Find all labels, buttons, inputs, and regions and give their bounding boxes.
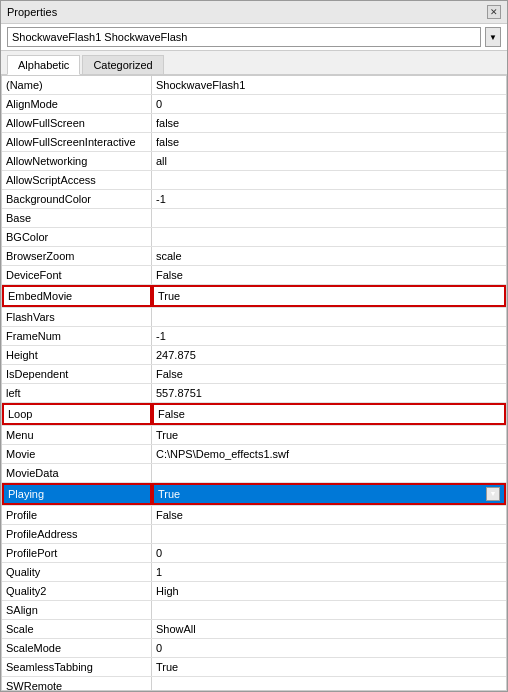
table-row[interactable]: AlignMode0 [2, 95, 506, 114]
property-name: Profile [2, 506, 152, 524]
property-value [152, 601, 506, 619]
table-row[interactable]: ProfileFalse [2, 506, 506, 525]
table-row[interactable]: MovieC:\NPS\Demo_effects1.swf [2, 445, 506, 464]
property-name: Loop [2, 403, 152, 425]
property-value: false [152, 133, 506, 151]
property-value: 1 [152, 563, 506, 581]
property-value: false [152, 114, 506, 132]
table-row[interactable]: Quality1 [2, 563, 506, 582]
property-name: ScaleMode [2, 639, 152, 657]
table-row[interactable]: AllowNetworkingall [2, 152, 506, 171]
component-selector[interactable]: ShockwaveFlash1 ShockwaveFlash [7, 27, 481, 47]
property-name: AllowFullScreen [2, 114, 152, 132]
table-row[interactable]: left557.8751 [2, 384, 506, 403]
property-name: Quality2 [2, 582, 152, 600]
table-row[interactable]: Height247.875 [2, 346, 506, 365]
table-row[interactable]: MenuTrue [2, 426, 506, 445]
property-name: (Name) [2, 76, 152, 94]
table-row[interactable]: ProfileAddress [2, 525, 506, 544]
table-row[interactable]: Base [2, 209, 506, 228]
property-name: AllowScriptAccess [2, 171, 152, 189]
property-name: DeviceFont [2, 266, 152, 284]
table-row[interactable]: AllowScriptAccess [2, 171, 506, 190]
property-name: AlignMode [2, 95, 152, 113]
table-row[interactable]: SAlign [2, 601, 506, 620]
property-value: 0 [152, 544, 506, 562]
property-value: True [152, 658, 506, 676]
title-bar-text: Properties [7, 6, 57, 18]
property-name: Menu [2, 426, 152, 444]
property-value: True [152, 426, 506, 444]
property-value: 0 [152, 639, 506, 657]
property-name: BGColor [2, 228, 152, 246]
property-value: False [152, 266, 506, 284]
table-row[interactable]: AllowFullScreenfalse [2, 114, 506, 133]
property-name: MovieData [2, 464, 152, 482]
component-dropdown-button[interactable]: ▼ [485, 27, 501, 47]
property-value [152, 209, 506, 227]
property-value: High [152, 582, 506, 600]
table-row[interactable]: PlayingTrue▼ [2, 483, 506, 506]
table-row[interactable]: BackgroundColor-1 [2, 190, 506, 209]
property-name: IsDependent [2, 365, 152, 383]
property-name: ProfilePort [2, 544, 152, 562]
property-value [152, 677, 506, 691]
properties-grid: (Name)ShockwaveFlash1AlignMode0AllowFull… [1, 75, 507, 691]
table-row[interactable]: EmbedMovieTrue [2, 285, 506, 308]
table-row[interactable]: (Name)ShockwaveFlash1 [2, 76, 506, 95]
property-name: BackgroundColor [2, 190, 152, 208]
table-row[interactable]: BGColor [2, 228, 506, 247]
property-value [152, 525, 506, 543]
property-value: False [152, 403, 506, 425]
property-value: ShowAll [152, 620, 506, 638]
table-row[interactable]: ProfilePort0 [2, 544, 506, 563]
property-value[interactable]: True▼ [152, 483, 506, 505]
property-name: AllowNetworking [2, 152, 152, 170]
property-name: SeamlessTabbing [2, 658, 152, 676]
property-name: left [2, 384, 152, 402]
property-value: 247.875 [152, 346, 506, 364]
property-name: Base [2, 209, 152, 227]
table-row[interactable]: SeamlessTabbingTrue [2, 658, 506, 677]
close-button[interactable]: ✕ [487, 5, 501, 19]
property-value: ShockwaveFlash1 [152, 76, 506, 94]
property-value: all [152, 152, 506, 170]
property-name: Height [2, 346, 152, 364]
property-value: False [152, 506, 506, 524]
property-value [152, 171, 506, 189]
property-name: Movie [2, 445, 152, 463]
tab-alphabetic[interactable]: Alphabetic [7, 55, 80, 75]
property-value: False [152, 365, 506, 383]
property-value: 0 [152, 95, 506, 113]
property-name: Quality [2, 563, 152, 581]
property-name: SWRemote [2, 677, 152, 691]
property-value: 557.8751 [152, 384, 506, 402]
table-row[interactable]: ScaleMode0 [2, 639, 506, 658]
table-row[interactable]: FrameNum-1 [2, 327, 506, 346]
title-bar: Properties ✕ [1, 1, 507, 24]
property-value [152, 228, 506, 246]
property-dropdown-arrow[interactable]: ▼ [486, 487, 500, 501]
table-row[interactable]: SWRemote [2, 677, 506, 691]
property-value: True [152, 285, 506, 307]
property-value: -1 [152, 327, 506, 345]
table-row[interactable]: ScaleShowAll [2, 620, 506, 639]
property-name: AllowFullScreenInteractive [2, 133, 152, 151]
property-name: FrameNum [2, 327, 152, 345]
component-bar: ShockwaveFlash1 ShockwaveFlash ▼ [1, 24, 507, 51]
property-name: BrowserZoom [2, 247, 152, 265]
property-name: ProfileAddress [2, 525, 152, 543]
table-row[interactable]: AllowFullScreenInteractivefalse [2, 133, 506, 152]
property-name: Scale [2, 620, 152, 638]
table-row[interactable]: BrowserZoomscale [2, 247, 506, 266]
table-row[interactable]: FlashVars [2, 308, 506, 327]
property-value: C:\NPS\Demo_effects1.swf [152, 445, 506, 463]
table-row[interactable]: LoopFalse [2, 403, 506, 426]
table-row[interactable]: IsDependentFalse [2, 365, 506, 384]
table-row[interactable]: DeviceFontFalse [2, 266, 506, 285]
tab-categorized[interactable]: Categorized [82, 55, 163, 74]
property-name: FlashVars [2, 308, 152, 326]
table-row[interactable]: MovieData [2, 464, 506, 483]
table-row[interactable]: Quality2High [2, 582, 506, 601]
property-value [152, 464, 506, 482]
